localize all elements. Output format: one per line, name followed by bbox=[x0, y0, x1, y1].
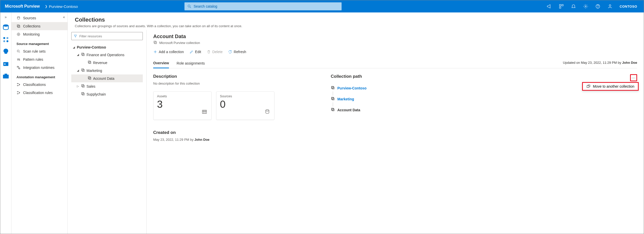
svg-rect-50 bbox=[202, 110, 207, 114]
rail-data-map-icon[interactable] bbox=[2, 24, 10, 31]
tree-marketing[interactable]: ◢Marketing bbox=[71, 67, 143, 74]
nav-integration-runtimes[interactable]: Integration runtimes bbox=[11, 64, 67, 72]
path-connector bbox=[333, 102, 637, 106]
svg-point-7 bbox=[598, 8, 598, 8]
tree-account-data[interactable]: Account Data bbox=[71, 74, 143, 82]
page-title: Collections bbox=[75, 17, 637, 23]
cmd-add-collection[interactable]: Add a collection bbox=[153, 50, 184, 54]
path-link-root[interactable]: Purview-Contoso bbox=[337, 86, 367, 90]
filter-icon bbox=[74, 34, 77, 38]
left-rail: » bbox=[0, 12, 11, 234]
rail-insights-icon[interactable] bbox=[2, 48, 10, 56]
svg-point-54 bbox=[266, 110, 269, 111]
svg-rect-42 bbox=[82, 85, 84, 87]
rail-expand-icon[interactable]: » bbox=[5, 15, 7, 19]
card-sources-value: 0 bbox=[220, 99, 271, 110]
search-input[interactable] bbox=[194, 4, 339, 8]
svg-point-32 bbox=[17, 93, 18, 94]
svg-rect-46 bbox=[154, 41, 156, 43]
brand[interactable]: Microsoft Purview bbox=[0, 4, 43, 9]
rail-management-icon[interactable] bbox=[2, 72, 10, 80]
svg-rect-38 bbox=[82, 69, 84, 71]
nav-classifications[interactable]: Classifications bbox=[11, 81, 67, 89]
database-icon bbox=[265, 109, 270, 116]
nav-collapse-icon[interactable]: « bbox=[63, 15, 65, 19]
nav-scan-rule-sets[interactable]: Scan rule sets bbox=[11, 47, 67, 55]
nav-monitoring-label: Monitoring bbox=[23, 32, 40, 36]
collection-path-more-button[interactable]: ⋯ bbox=[630, 74, 637, 81]
nav-collections-label: Collections bbox=[23, 24, 40, 28]
svg-rect-35 bbox=[82, 54, 84, 56]
tenant-label[interactable]: CONTOSO bbox=[620, 5, 637, 8]
help-icon[interactable] bbox=[595, 4, 600, 9]
rail-policy-icon[interactable] bbox=[2, 60, 10, 68]
svg-rect-17 bbox=[5, 74, 7, 75]
tab-overview[interactable]: Overview bbox=[153, 59, 169, 68]
svg-point-23 bbox=[17, 50, 19, 52]
tab-role-assignments[interactable]: Role assignments bbox=[177, 60, 205, 68]
svg-point-12 bbox=[3, 40, 5, 42]
card-assets-label: Assets bbox=[157, 94, 208, 98]
nav-monitoring[interactable]: Monitoring bbox=[11, 30, 67, 38]
collection-icon bbox=[331, 86, 335, 90]
svg-rect-3 bbox=[562, 5, 563, 6]
created-line: May 23, 2022, 11:29 PM by John Doe bbox=[153, 138, 316, 142]
cmd-delete: Delete bbox=[207, 50, 222, 54]
nav-pattern-rules[interactable]: Pattern rules bbox=[11, 55, 67, 64]
diagnostics-icon[interactable] bbox=[559, 4, 564, 9]
description-text: No description for this collection bbox=[153, 82, 316, 85]
search-box[interactable] bbox=[184, 2, 342, 10]
breadcrumb-account[interactable]: Purview-Contoso bbox=[49, 4, 78, 9]
svg-rect-61 bbox=[332, 109, 334, 111]
rail-catalog-icon[interactable] bbox=[2, 36, 10, 43]
svg-point-13 bbox=[6, 40, 8, 42]
nav-label: Classification rules bbox=[23, 91, 53, 95]
path-connector bbox=[333, 91, 637, 96]
nav-group-source-mgmt: Source management bbox=[11, 38, 67, 47]
tree-finance[interactable]: ◢Finance and Operations bbox=[71, 51, 143, 59]
svg-rect-2 bbox=[560, 5, 561, 6]
svg-point-15 bbox=[4, 64, 5, 65]
svg-rect-45 bbox=[82, 93, 84, 95]
nav-collections[interactable]: Collections bbox=[11, 22, 67, 30]
nav-classification-rules[interactable]: Classification rules bbox=[11, 89, 67, 97]
nav-label: Classifications bbox=[23, 83, 46, 87]
tree-root[interactable]: ◢Purview-Contoso bbox=[71, 44, 143, 51]
tree-sales[interactable]: ▷Sales bbox=[71, 82, 143, 90]
nav-label: Integration runtimes bbox=[23, 66, 55, 70]
svg-rect-20 bbox=[18, 25, 20, 27]
svg-rect-26 bbox=[17, 66, 18, 67]
svg-rect-56 bbox=[332, 86, 334, 88]
feedback-icon[interactable] bbox=[607, 4, 613, 9]
cmd-refresh[interactable]: Refresh bbox=[228, 50, 246, 54]
path-link-marketing[interactable]: Marketing bbox=[337, 97, 354, 101]
created-heading: Created on bbox=[153, 130, 316, 135]
card-assets[interactable]: Assets 3 bbox=[153, 91, 212, 120]
filter-input[interactable] bbox=[79, 34, 141, 38]
bell-icon[interactable] bbox=[571, 4, 576, 9]
svg-point-10 bbox=[3, 37, 5, 39]
svg-line-1 bbox=[190, 7, 191, 8]
svg-rect-14 bbox=[3, 62, 8, 66]
collection-icon bbox=[153, 40, 157, 45]
card-sources[interactable]: Sources 0 bbox=[216, 91, 274, 120]
svg-rect-44 bbox=[82, 92, 84, 95]
megaphone-icon[interactable] bbox=[547, 4, 552, 9]
page-header: Collections Collections are groupings of… bbox=[68, 12, 644, 30]
cmd-edit[interactable]: Edit bbox=[189, 50, 201, 54]
nav-sources[interactable]: Sources bbox=[11, 14, 67, 22]
collection-path-heading: Collection path bbox=[331, 74, 362, 79]
detail-subtitle: Microsoft Purview collection bbox=[159, 41, 200, 45]
svg-point-31 bbox=[17, 91, 18, 92]
gear-icon[interactable] bbox=[583, 4, 588, 9]
svg-rect-34 bbox=[82, 53, 84, 55]
collection-icon bbox=[331, 97, 335, 101]
tree-supplychain[interactable]: Supplychain bbox=[71, 90, 143, 98]
svg-point-21 bbox=[17, 33, 20, 36]
tree-panel: ◢Purview-Contoso ◢Finance and Operations… bbox=[68, 30, 146, 234]
tree-revenue[interactable]: Revenue bbox=[71, 59, 143, 67]
filter-box[interactable] bbox=[71, 32, 143, 40]
move-collection-label: Move to another collection bbox=[593, 84, 634, 88]
svg-point-29 bbox=[17, 85, 18, 86]
move-collection-menu-item[interactable]: Move to another collection bbox=[582, 82, 639, 91]
